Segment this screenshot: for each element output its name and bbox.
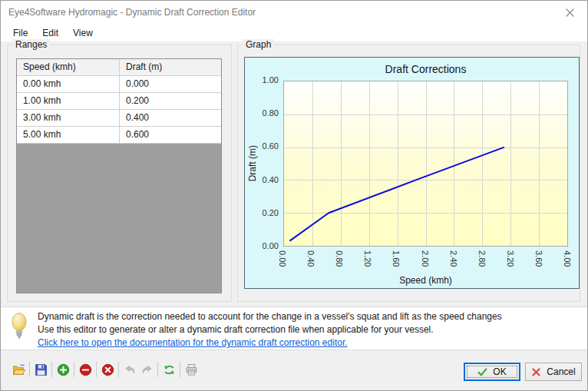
documentation-link[interactable]: Click here to open the documentation for… xyxy=(38,337,348,348)
chart-title: Draft Corrections xyxy=(283,63,568,75)
dialog-window: Eye4Software Hydromagic - Dynamic Draft … xyxy=(0,0,588,391)
cancel-button-label: Cancel xyxy=(547,366,575,377)
column-header-draft[interactable]: Draft (m) xyxy=(120,59,221,76)
x-tick-label: 0.00 xyxy=(278,250,287,278)
bottom-bar: OK Cancel xyxy=(1,351,588,391)
undo-button[interactable] xyxy=(121,360,138,379)
x-tick-label: 2.80 xyxy=(477,250,487,278)
y-tick-label: 0.40 xyxy=(245,175,279,184)
refresh-icon xyxy=(163,363,176,376)
add-row-button[interactable] xyxy=(55,360,71,379)
cell-speed[interactable]: 3.00 kmh xyxy=(17,110,120,127)
info-text-line1: Dynamic draft is the correction needed t… xyxy=(38,310,502,323)
table-row[interactable]: 5.00 kmh0.600 xyxy=(17,127,221,144)
x-tick-label: 0.80 xyxy=(335,250,344,278)
toolbar-separator xyxy=(29,362,30,377)
table-row[interactable]: 3.00 kmh0.400 xyxy=(17,110,221,127)
close-button[interactable] xyxy=(553,1,587,24)
refresh-button[interactable] xyxy=(160,360,177,379)
cell-draft[interactable]: 0.600 xyxy=(120,127,221,144)
y-tick-label: 0.80 xyxy=(245,108,279,118)
menu-item-edit[interactable]: Edit xyxy=(38,25,63,41)
cancel-button[interactable]: Cancel xyxy=(525,363,582,381)
ranges-groupbox: Ranges Speed (kmh) Draft (m) 0.00 kmh0.0… xyxy=(7,45,232,302)
cell-speed[interactable]: 1.00 kmh xyxy=(17,93,120,110)
cell-draft[interactable]: 0.000 xyxy=(120,76,221,93)
column-header-speed[interactable]: Speed (kmh) xyxy=(17,59,120,76)
title-bar: Eye4Software Hydromagic - Dynamic Draft … xyxy=(1,1,587,24)
redo-icon xyxy=(140,363,154,376)
save-file-button[interactable] xyxy=(32,360,49,379)
undo-icon xyxy=(124,363,137,376)
graph-group-label: Graph xyxy=(243,39,274,50)
cell-draft[interactable]: 0.400 xyxy=(120,110,221,127)
info-panel: Dynamic draft is the correction needed t… xyxy=(1,307,588,350)
menu-item-file[interactable]: File xyxy=(8,25,32,41)
ranges-table[interactable]: Speed (kmh) Draft (m) 0.00 kmh0.0001.00 … xyxy=(16,58,222,293)
menu-bar: FileEditView xyxy=(1,24,587,41)
x-tick-label: 1.60 xyxy=(391,250,401,278)
graph-groupbox: Graph Draft Corrections Draft (m) 0.000.… xyxy=(237,45,580,302)
open-file-button[interactable] xyxy=(10,360,27,379)
remove-row-button[interactable] xyxy=(77,360,94,379)
y-tick-label: 1.00 xyxy=(245,75,279,84)
toolbar-separator xyxy=(74,362,74,377)
add-row-icon xyxy=(57,363,70,376)
clear-all-icon xyxy=(101,363,114,376)
menu-item-view[interactable]: View xyxy=(68,25,97,41)
window-title: Eye4Software Hydromagic - Dynamic Draft … xyxy=(8,7,256,18)
y-tick-label: 0.20 xyxy=(245,208,279,217)
x-tick-label: 3.20 xyxy=(506,250,515,278)
toolbar xyxy=(10,360,200,379)
print-icon xyxy=(185,363,198,376)
print-button[interactable] xyxy=(183,360,200,379)
toolbar-separator xyxy=(157,362,158,377)
x-tick-label: 1.20 xyxy=(363,250,372,278)
ok-check-icon xyxy=(477,367,487,377)
close-icon xyxy=(566,8,574,17)
ranges-group-label: Ranges xyxy=(12,39,50,50)
toolbar-separator xyxy=(118,362,119,377)
x-tick-label: 0.40 xyxy=(306,250,315,278)
draft-correction-line xyxy=(284,81,567,246)
y-tick-label: 0.00 xyxy=(245,241,279,250)
table-row[interactable]: 1.00 kmh0.200 xyxy=(17,93,221,110)
save-file-icon xyxy=(35,363,48,376)
y-tick-label: 0.60 xyxy=(245,141,279,151)
chart-panel: Draft Corrections Draft (m) 0.000.200.40… xyxy=(244,57,580,289)
cell-speed[interactable]: 0.00 kmh xyxy=(17,76,120,93)
x-axis-label: Speed (kmh) xyxy=(283,275,568,286)
cell-draft[interactable]: 0.200 xyxy=(120,93,221,110)
cancel-x-icon xyxy=(531,367,541,377)
open-file-icon xyxy=(12,363,25,376)
lightbulb-icon xyxy=(11,313,28,340)
table-header-row: Speed (kmh) Draft (m) xyxy=(17,59,221,76)
chart-plot-area xyxy=(283,81,568,247)
info-text-line2: Use this editor to generate or alter a d… xyxy=(38,323,502,336)
x-tick-label: 3.60 xyxy=(534,250,543,278)
ok-button[interactable]: OK xyxy=(464,363,520,381)
x-tick-label: 2.40 xyxy=(449,250,458,278)
cell-speed[interactable]: 5.00 kmh xyxy=(17,127,120,144)
redo-button[interactable] xyxy=(138,360,155,379)
toolbar-separator xyxy=(96,362,97,377)
x-tick-label: 2.00 xyxy=(421,250,430,278)
table-row[interactable]: 0.00 kmh0.000 xyxy=(17,76,221,93)
ok-button-label: OK xyxy=(493,366,506,377)
toolbar-separator xyxy=(51,362,52,377)
remove-row-icon xyxy=(79,363,92,376)
x-tick-label: 4.00 xyxy=(563,250,572,278)
clear-all-button[interactable] xyxy=(99,360,116,379)
toolbar-separator xyxy=(180,362,180,377)
